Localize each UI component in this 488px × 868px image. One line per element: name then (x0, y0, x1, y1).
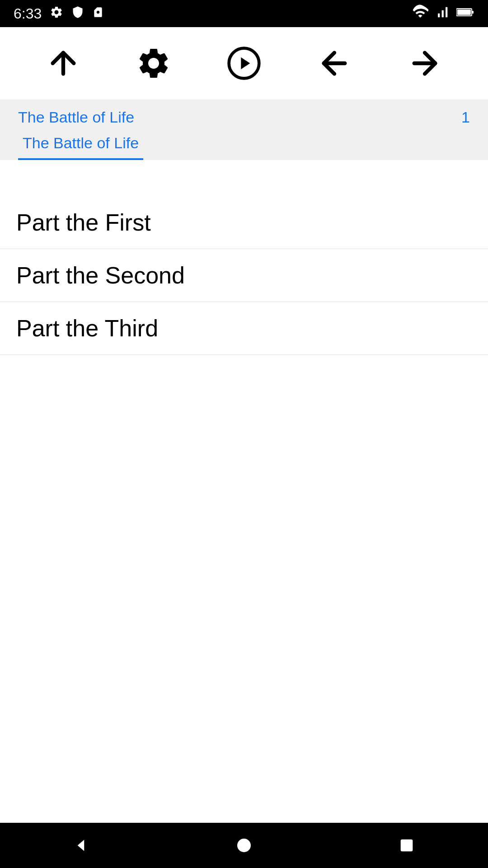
svg-point-9 (237, 839, 251, 852)
battery-status-icon (456, 6, 474, 22)
shield-status-icon (71, 6, 84, 22)
svg-rect-1 (472, 11, 474, 14)
status-left: 6:33 (14, 5, 104, 22)
svg-marker-5 (241, 57, 250, 70)
wifi-status-icon (412, 4, 428, 24)
content-spacer (0, 160, 488, 196)
chapter-list: Part the First Part the Second Part the … (0, 196, 488, 355)
toolbar (0, 27, 488, 99)
active-tab[interactable]: The Battle of Life (18, 134, 143, 160)
bottom-nav (0, 823, 488, 868)
header-tab-row: The Battle of Life (18, 134, 470, 160)
svg-rect-2 (457, 9, 471, 15)
content-area: Part the First Part the Second Part the … (0, 160, 488, 823)
signal-status-icon (435, 5, 450, 23)
chapter-item-2[interactable]: Part the Second (0, 249, 488, 302)
forward-button[interactable] (402, 41, 447, 86)
back-button[interactable] (312, 41, 357, 86)
status-time: 6:33 (14, 5, 42, 22)
nav-home-button[interactable] (226, 827, 262, 863)
settings-status-icon (50, 5, 63, 22)
svg-marker-8 (78, 840, 84, 851)
settings-button[interactable] (131, 41, 176, 86)
svg-rect-10 (401, 840, 413, 852)
book-title: The Battle of Life (18, 108, 134, 126)
chapter-item-3[interactable]: Part the Third (0, 302, 488, 355)
sim-status-icon (92, 6, 104, 21)
header-top-row: The Battle of Life 1 (18, 108, 470, 134)
nav-back-button[interactable] (63, 827, 99, 863)
chapter-item-1[interactable]: Part the First (0, 196, 488, 249)
nav-recent-button[interactable] (389, 827, 425, 863)
up-button[interactable] (41, 41, 86, 86)
play-button[interactable] (221, 41, 267, 86)
status-right (412, 4, 474, 24)
header-bar: The Battle of Life 1 The Battle of Life (0, 99, 488, 160)
page-number: 1 (461, 108, 470, 126)
status-bar: 6:33 (0, 0, 488, 27)
